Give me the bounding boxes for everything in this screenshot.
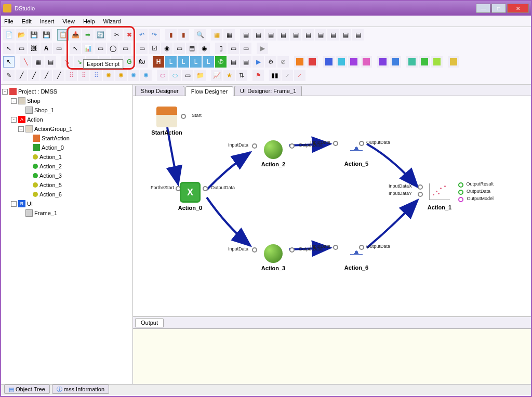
tree-actiongroup[interactable]: -ActionGroup_1: [2, 124, 131, 134]
port-out[interactable]: [359, 141, 364, 146]
bottom-tab-object-tree[interactable]: ▤Object Tree: [4, 385, 50, 394]
burst3-icon[interactable]: ✺: [128, 70, 139, 81]
line4-icon[interactable]: ╱: [53, 70, 64, 81]
line2-icon[interactable]: ╱: [28, 70, 39, 81]
node-action2[interactable]: InputData OutputData Action_2: [250, 140, 297, 167]
flag-icon[interactable]: ⚑: [252, 70, 264, 81]
node-action0[interactable]: FortheStart OutputData Action_0: [164, 182, 216, 211]
l2-icon[interactable]: L: [178, 56, 189, 68]
tab-shop-designer[interactable]: Shop Designer: [135, 86, 184, 96]
star-icon[interactable]: ★: [223, 70, 235, 81]
open-icon[interactable]: 📂: [16, 29, 27, 41]
new-icon[interactable]: 📄: [3, 29, 15, 41]
cut-icon[interactable]: ✂: [111, 29, 123, 41]
list-icon[interactable]: ▤: [186, 43, 197, 54]
bottom-tab-mss-info[interactable]: ⓘmss Information: [52, 385, 109, 394]
minimize-button[interactable]: —: [476, 4, 490, 13]
play-icon[interactable]: ▶: [257, 43, 268, 54]
port-inx[interactable]: [418, 184, 423, 190]
port-outdata[interactable]: [458, 190, 463, 195]
split-v-icon[interactable]: ▯: [215, 43, 227, 54]
plot1-icon[interactable]: ⟋: [282, 70, 293, 81]
image-icon[interactable]: 🖼: [28, 43, 39, 54]
tree-action[interactable]: -AAction: [2, 115, 131, 124]
tree-action6[interactable]: Action_6: [2, 190, 131, 199]
flow-canvas[interactable]: Start StartAction FortheStart OutputData…: [133, 96, 531, 316]
arrow-red-icon[interactable]: ↘: [61, 56, 73, 68]
port-in[interactable]: [333, 141, 338, 146]
dots1-icon[interactable]: ⠿: [65, 70, 77, 81]
export-icon[interactable]: ➡: [82, 29, 94, 41]
combo-icon[interactable]: ▭: [174, 43, 185, 54]
align-center-icon[interactable]: ▤: [252, 29, 264, 41]
panel-icon[interactable]: ▭: [95, 43, 106, 54]
burst2-icon[interactable]: ✺: [115, 70, 127, 81]
l1-icon[interactable]: L: [165, 56, 177, 68]
tab-flow-designer[interactable]: Flow Designer: [185, 86, 233, 96]
port-out[interactable]: [203, 186, 208, 191]
node-action5[interactable]: InputData OutputData Action_5: [333, 138, 380, 167]
gradient-icon[interactable]: ▭: [182, 70, 193, 81]
record-icon[interactable]: ◉: [198, 43, 210, 54]
undo-icon[interactable]: ↶: [136, 29, 148, 41]
port-iny[interactable]: [418, 192, 423, 197]
c-chart-icon[interactable]: [448, 56, 459, 68]
c-blue1-icon[interactable]: [323, 56, 335, 68]
c-teal-icon[interactable]: [406, 56, 418, 68]
c-orange-icon[interactable]: [294, 56, 305, 68]
menu-view[interactable]: View: [62, 18, 75, 24]
output-tab[interactable]: Output: [135, 318, 164, 327]
check-icon[interactable]: ☑: [149, 43, 160, 54]
text-icon[interactable]: A: [41, 43, 52, 54]
pill-pink-icon[interactable]: ⬭: [157, 70, 168, 81]
c-violet-icon[interactable]: [377, 56, 389, 68]
dist-h-icon[interactable]: ▤: [315, 29, 326, 41]
grid2-icon[interactable]: ▦: [223, 29, 235, 41]
c-blue2-icon[interactable]: [390, 56, 401, 68]
redo-icon[interactable]: ↷: [149, 29, 160, 41]
pointer-icon[interactable]: ↖: [3, 43, 15, 54]
gear-icon[interactable]: ⚙: [265, 56, 276, 68]
split-h-icon[interactable]: ▭: [228, 43, 239, 54]
tree-shop1[interactable]: Shop_1: [2, 105, 131, 115]
port-in[interactable]: [333, 245, 338, 250]
saveall-icon[interactable]: 💾: [41, 29, 52, 41]
radio-icon[interactable]: ◉: [161, 43, 172, 54]
form-icon[interactable]: ▭: [53, 43, 64, 54]
dist-v-icon[interactable]: ▤: [327, 29, 339, 41]
node-action1[interactable]: InputDataX InputDataY OutputResult Outpu…: [414, 183, 466, 210]
port-out[interactable]: [289, 143, 295, 149]
export-script-icon[interactable]: 📋: [57, 29, 69, 41]
tree-action1[interactable]: Action_1: [2, 152, 131, 162]
stop-icon[interactable]: ⊘: [277, 56, 289, 68]
play2-icon[interactable]: ▶: [252, 56, 264, 68]
shapes-icon[interactable]: ▦: [32, 56, 44, 68]
port-start[interactable]: [181, 114, 186, 119]
tree-root[interactable]: -Project : DMSS: [2, 87, 131, 96]
pill-cyan-icon[interactable]: ⬭: [169, 70, 181, 81]
refresh-icon[interactable]: 🔄: [95, 29, 106, 41]
tab-icon[interactable]: ▭: [240, 43, 251, 54]
dots3-icon[interactable]: ⠿: [90, 70, 102, 81]
c-lime-icon[interactable]: [431, 56, 443, 68]
burst1-icon[interactable]: ✺: [103, 70, 114, 81]
tree-shop[interactable]: -Shop: [2, 96, 131, 105]
rect-icon[interactable]: ▭: [16, 43, 27, 54]
book1-icon[interactable]: ▮: [165, 29, 177, 41]
fx-icon[interactable]: fω: [136, 56, 148, 68]
menu-file[interactable]: File: [4, 18, 14, 24]
circle-icon[interactable]: ◯: [107, 43, 118, 54]
menu-help[interactable]: Help: [83, 18, 95, 24]
node-action6[interactable]: InputData OutputData Action_6: [333, 242, 380, 271]
port-outmodel[interactable]: [458, 197, 463, 202]
align-mid-icon[interactable]: ▤: [290, 29, 301, 41]
zoom-icon[interactable]: 🔍: [194, 29, 206, 41]
btn-icon[interactable]: ▭: [136, 43, 148, 54]
tree-frame1[interactable]: Frame_1: [2, 208, 131, 218]
port-in[interactable]: [252, 247, 257, 253]
line-red-icon[interactable]: ╲: [20, 56, 31, 68]
align-top-icon[interactable]: ▤: [277, 29, 289, 41]
pointer3-icon[interactable]: ↖: [3, 56, 15, 68]
port-in[interactable]: [252, 143, 257, 149]
tree-action2[interactable]: Action_2: [2, 162, 131, 171]
